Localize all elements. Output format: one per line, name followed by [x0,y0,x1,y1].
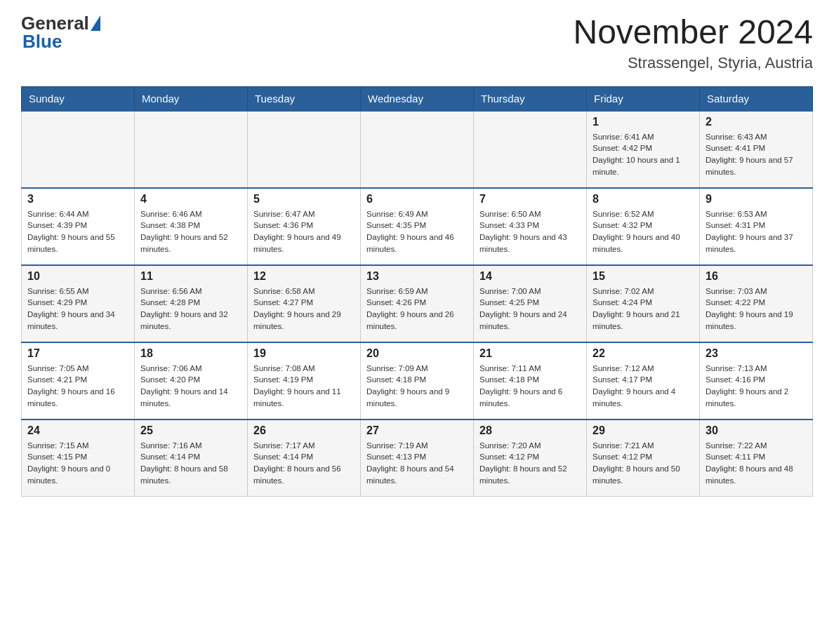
day-cell [248,111,361,188]
day-info: Sunrise: 7:22 AM Sunset: 4:11 PM Dayligh… [706,440,807,487]
day-number: 30 [706,424,807,437]
day-number: 6 [366,193,468,206]
day-number: 23 [706,347,807,360]
day-cell: 12Sunrise: 6:58 AM Sunset: 4:27 PM Dayli… [248,265,361,342]
day-info: Sunrise: 6:49 AM Sunset: 4:35 PM Dayligh… [366,208,468,255]
day-info: Sunrise: 7:20 AM Sunset: 4:12 PM Dayligh… [479,440,581,487]
day-number: 2 [706,116,807,128]
day-info: Sunrise: 6:47 AM Sunset: 4:36 PM Dayligh… [253,208,355,255]
weekday-header-monday: Monday [135,86,248,111]
day-cell: 27Sunrise: 7:19 AM Sunset: 4:13 PM Dayli… [361,420,474,497]
day-info: Sunrise: 7:09 AM Sunset: 4:18 PM Dayligh… [366,363,468,410]
month-title: November 2024 [573,14,813,51]
day-cell: 30Sunrise: 7:22 AM Sunset: 4:11 PM Dayli… [700,420,813,497]
day-cell: 18Sunrise: 7:06 AM Sunset: 4:20 PM Dayli… [135,342,248,420]
day-info: Sunrise: 6:44 AM Sunset: 4:39 PM Dayligh… [27,208,128,255]
page-header: General Blue November 2024 Strassengel, … [21,14,813,72]
day-number: 13 [366,270,468,283]
day-info: Sunrise: 7:00 AM Sunset: 4:25 PM Dayligh… [479,286,581,333]
day-number: 10 [27,270,128,283]
calendar-table: SundayMondayTuesdayWednesdayThursdayFrid… [21,86,813,497]
day-number: 11 [140,270,241,283]
day-number: 7 [479,193,581,206]
day-number: 26 [253,424,355,437]
day-cell: 14Sunrise: 7:00 AM Sunset: 4:25 PM Dayli… [474,265,587,342]
day-info: Sunrise: 6:53 AM Sunset: 4:31 PM Dayligh… [706,208,807,255]
week-row-4: 17Sunrise: 7:05 AM Sunset: 4:21 PM Dayli… [22,342,813,420]
weekday-header-saturday: Saturday [700,86,813,111]
day-cell: 21Sunrise: 7:11 AM Sunset: 4:18 PM Dayli… [474,342,587,420]
day-number: 27 [366,424,468,437]
day-number: 9 [706,193,807,206]
day-cell: 5Sunrise: 6:47 AM Sunset: 4:36 PM Daylig… [248,188,361,265]
day-number: 28 [479,424,581,437]
day-cell: 11Sunrise: 6:56 AM Sunset: 4:28 PM Dayli… [135,265,248,342]
day-number: 8 [593,193,694,206]
day-cell [135,111,248,188]
day-info: Sunrise: 6:52 AM Sunset: 4:32 PM Dayligh… [593,208,694,255]
weekday-header-tuesday: Tuesday [248,86,361,111]
day-number: 4 [140,193,241,206]
weekday-header-sunday: Sunday [22,86,135,111]
day-number: 24 [27,424,128,437]
day-number: 29 [593,424,694,437]
day-cell: 3Sunrise: 6:44 AM Sunset: 4:39 PM Daylig… [22,188,135,265]
day-cell: 4Sunrise: 6:46 AM Sunset: 4:38 PM Daylig… [135,188,248,265]
day-number: 21 [479,347,581,360]
day-info: Sunrise: 7:08 AM Sunset: 4:19 PM Dayligh… [253,363,355,410]
weekday-header-friday: Friday [587,86,700,111]
day-info: Sunrise: 7:11 AM Sunset: 4:18 PM Dayligh… [479,363,581,410]
day-cell: 22Sunrise: 7:12 AM Sunset: 4:17 PM Dayli… [587,342,700,420]
day-info: Sunrise: 6:55 AM Sunset: 4:29 PM Dayligh… [27,286,128,333]
day-info: Sunrise: 7:03 AM Sunset: 4:22 PM Dayligh… [706,286,807,333]
week-row-5: 24Sunrise: 7:15 AM Sunset: 4:15 PM Dayli… [22,420,813,497]
weekday-header-wednesday: Wednesday [361,86,474,111]
day-cell: 10Sunrise: 6:55 AM Sunset: 4:29 PM Dayli… [22,265,135,342]
day-number: 25 [140,424,241,437]
week-row-2: 3Sunrise: 6:44 AM Sunset: 4:39 PM Daylig… [22,188,813,265]
day-cell: 19Sunrise: 7:08 AM Sunset: 4:19 PM Dayli… [248,342,361,420]
day-cell: 23Sunrise: 7:13 AM Sunset: 4:16 PM Dayli… [700,342,813,420]
day-info: Sunrise: 7:15 AM Sunset: 4:15 PM Dayligh… [27,440,128,487]
day-cell [22,111,135,188]
day-info: Sunrise: 6:43 AM Sunset: 4:41 PM Dayligh… [706,131,807,178]
day-info: Sunrise: 6:50 AM Sunset: 4:33 PM Dayligh… [479,208,581,255]
day-cell: 7Sunrise: 6:50 AM Sunset: 4:33 PM Daylig… [474,188,587,265]
day-number: 5 [253,193,355,206]
day-info: Sunrise: 6:59 AM Sunset: 4:26 PM Dayligh… [366,286,468,333]
day-cell [361,111,474,188]
day-number: 3 [27,193,128,206]
day-info: Sunrise: 7:06 AM Sunset: 4:20 PM Dayligh… [140,363,241,410]
logo: General Blue [21,14,102,51]
location-subtitle: Strassengel, Styria, Austria [573,54,813,72]
day-info: Sunrise: 7:05 AM Sunset: 4:21 PM Dayligh… [27,363,128,410]
day-info: Sunrise: 7:21 AM Sunset: 4:12 PM Dayligh… [593,440,694,487]
day-cell: 25Sunrise: 7:16 AM Sunset: 4:14 PM Dayli… [135,420,248,497]
day-info: Sunrise: 7:16 AM Sunset: 4:14 PM Dayligh… [140,440,241,487]
day-number: 17 [27,347,128,360]
day-cell: 20Sunrise: 7:09 AM Sunset: 4:18 PM Dayli… [361,342,474,420]
day-cell: 2Sunrise: 6:43 AM Sunset: 4:41 PM Daylig… [700,111,813,188]
day-cell: 6Sunrise: 6:49 AM Sunset: 4:35 PM Daylig… [361,188,474,265]
day-info: Sunrise: 7:12 AM Sunset: 4:17 PM Dayligh… [593,363,694,410]
title-section: November 2024 Strassengel, Styria, Austr… [573,14,813,72]
day-number: 19 [253,347,355,360]
day-info: Sunrise: 7:19 AM Sunset: 4:13 PM Dayligh… [366,440,468,487]
day-number: 20 [366,347,468,360]
day-cell: 8Sunrise: 6:52 AM Sunset: 4:32 PM Daylig… [587,188,700,265]
day-cell: 13Sunrise: 6:59 AM Sunset: 4:26 PM Dayli… [361,265,474,342]
week-row-1: 1Sunrise: 6:41 AM Sunset: 4:42 PM Daylig… [22,111,813,188]
day-number: 18 [140,347,241,360]
day-cell: 28Sunrise: 7:20 AM Sunset: 4:12 PM Dayli… [474,420,587,497]
day-number: 22 [593,347,694,360]
day-cell: 24Sunrise: 7:15 AM Sunset: 4:15 PM Dayli… [22,420,135,497]
day-info: Sunrise: 6:56 AM Sunset: 4:28 PM Dayligh… [140,286,241,333]
day-number: 14 [479,270,581,283]
day-info: Sunrise: 7:17 AM Sunset: 4:14 PM Dayligh… [253,440,355,487]
day-cell: 29Sunrise: 7:21 AM Sunset: 4:12 PM Dayli… [587,420,700,497]
day-info: Sunrise: 7:13 AM Sunset: 4:16 PM Dayligh… [706,363,807,410]
weekday-header-row: SundayMondayTuesdayWednesdayThursdayFrid… [22,86,813,111]
day-number: 1 [593,116,694,128]
day-number: 16 [706,270,807,283]
day-info: Sunrise: 6:46 AM Sunset: 4:38 PM Dayligh… [140,208,241,255]
